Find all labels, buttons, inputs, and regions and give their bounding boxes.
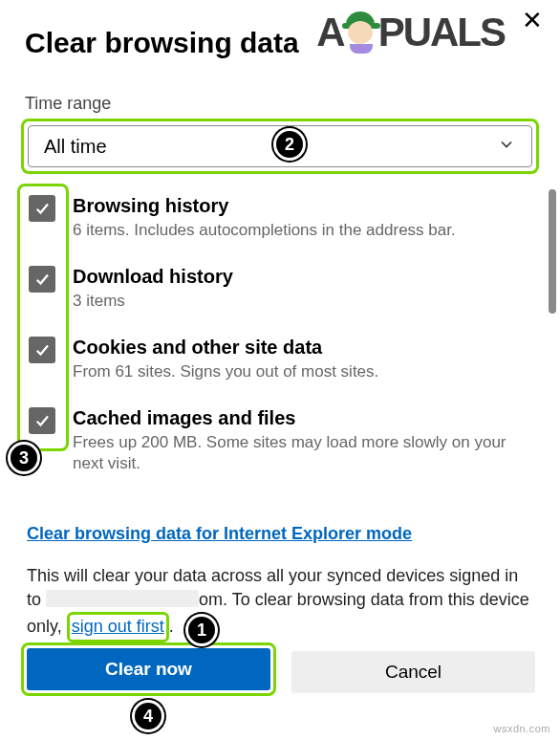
time-range-value: All time [44,136,107,158]
annotation-badge-4: 4 [132,700,164,732]
annotation-badge-2: 2 [273,128,306,161]
clear-now-button[interactable]: Clear now [27,648,270,690]
clear-now-highlight: Clear now [21,642,276,696]
brand-mascot-icon [342,11,380,54]
checkbox-browsing-history[interactable] [29,195,55,222]
item-desc: 6 items. Includes autocompletions in the… [73,220,535,241]
time-range-label: Time range [25,94,535,114]
cancel-button[interactable]: Cancel [291,651,535,693]
brand-letters-rest: PUALS [378,10,505,55]
brand-logo: A PUALS [316,10,505,55]
item-desc: From 61 sites. Signs you out of most sit… [73,361,535,382]
scrollbar-thumb[interactable] [549,189,556,314]
annotation-badge-1: 1 [185,614,218,646]
chevron-down-icon [497,135,516,159]
data-type-list: Browsing history 6 items. Includes autoc… [29,193,535,484]
button-row: Clear now Cancel [21,642,535,696]
brand-letter-a: A [316,10,343,55]
sign-out-highlight: sign out first [67,612,169,642]
sync-info-text: This will clear your data across all you… [27,564,535,642]
checkbox-download-history[interactable] [29,266,55,293]
close-icon[interactable]: ✕ [522,8,543,33]
clear-browsing-data-dialog: A PUALS ✕ Clear browsing data Time range… [0,0,560,740]
item-title: Cached images and files [73,405,535,430]
item-title: Cookies and other site data [73,335,535,359]
checkbox-cookies[interactable] [29,337,55,363]
annotation-badge-3: 3 [8,442,40,474]
list-item: Browsing history 6 items. Includes autoc… [29,193,535,241]
sign-out-link[interactable]: sign out first [72,617,164,636]
item-desc: Frees up 200 MB. Some sites may load mor… [73,432,535,474]
list-item: Cached images and files Frees up 200 MB.… [29,405,535,474]
clear-ie-mode-link[interactable]: Clear browsing data for Internet Explore… [27,524,412,544]
info-text-3: . [169,617,174,636]
checkbox-cached[interactable] [29,407,55,434]
item-title: Browsing history [73,193,535,218]
item-title: Download history [73,264,535,289]
list-item: Download history 3 items [29,264,535,312]
list-item: Cookies and other site data From 61 site… [29,335,535,382]
watermark: wsxdn.com [493,723,550,734]
redacted-email [46,590,199,607]
item-desc: 3 items [73,291,535,312]
